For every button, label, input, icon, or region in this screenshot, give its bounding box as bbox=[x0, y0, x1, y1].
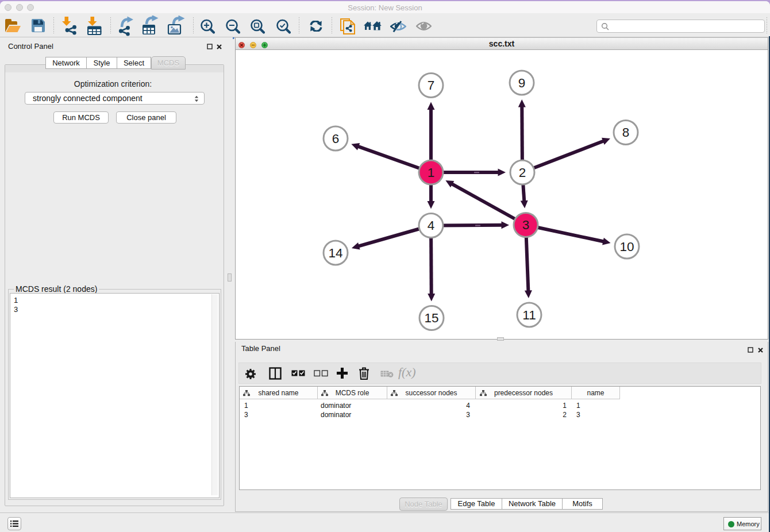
svg-text:10: 10 bbox=[619, 240, 634, 254]
svg-text:7: 7 bbox=[428, 78, 435, 92]
svg-text:15: 15 bbox=[424, 311, 438, 325]
svg-text:14: 14 bbox=[328, 246, 342, 260]
svg-text:8: 8 bbox=[622, 125, 630, 140]
svg-text:9: 9 bbox=[518, 76, 526, 90]
svg-text:3: 3 bbox=[522, 218, 530, 232]
svg-text:4: 4 bbox=[428, 218, 435, 233]
svg-text:1: 1 bbox=[428, 165, 435, 180]
svg-text:2: 2 bbox=[519, 165, 526, 180]
svg-text:11: 11 bbox=[522, 308, 536, 322]
svg-text:6: 6 bbox=[332, 132, 340, 146]
